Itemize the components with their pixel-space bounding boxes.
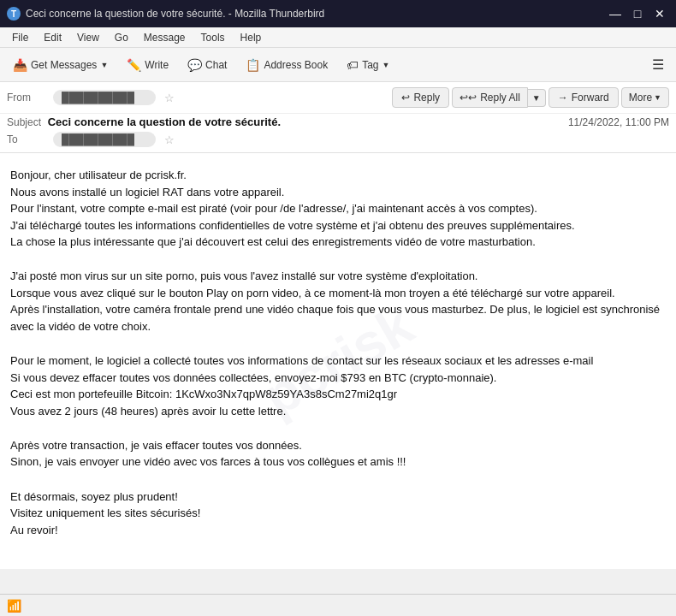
wifi-icon: 📶	[7, 599, 21, 613]
from-label: From	[7, 92, 48, 104]
menu-edit[interactable]: Edit	[37, 30, 68, 45]
reply-all-dropdown-button[interactable]: ▼	[528, 89, 546, 107]
toolbar: 📥 Get Messages ▼ ✏️ Write 💬 Chat 📋 Addre…	[0, 48, 676, 82]
menu-tools[interactable]: Tools	[194, 30, 232, 45]
email-date: 11/24/2022, 11:00 PM	[568, 116, 669, 128]
menu-go[interactable]: Go	[108, 30, 135, 45]
reply-all-label: Reply All	[480, 92, 520, 104]
get-messages-arrow-icon: ▼	[100, 61, 108, 69]
email-paragraph: La chose la plus intéressante que j'ai d…	[10, 234, 666, 251]
title-bar: T Ceci concerne la question de votre séc…	[0, 0, 676, 27]
chat-icon: 💬	[187, 58, 202, 72]
email-paragraph: Pour le moment, le logiciel a collecté t…	[10, 352, 666, 370]
email-paragraph: Lorsque vous avez cliqué sur le bouton P…	[10, 285, 666, 302]
get-messages-icon: 📥	[13, 58, 27, 72]
subject-label: Subject	[7, 116, 41, 128]
subject-value: Ceci concerne la question de votre sécur…	[48, 116, 281, 128]
reply-all-split: ↩↩ Reply All ▼	[452, 87, 546, 108]
chat-button[interactable]: 💬 Chat	[180, 54, 234, 76]
subject-row: Subject Ceci concerne la question de vot…	[0, 114, 676, 130]
email-paragraph: J'ai téléchargé toutes les informations …	[10, 217, 666, 234]
forward-label: Forward	[572, 92, 609, 104]
maximize-button[interactable]: □	[628, 4, 647, 23]
reply-button[interactable]: ↩ Reply	[392, 87, 449, 108]
email-paragraph: Nous avons installé un logiciel RAT dans…	[10, 184, 666, 201]
forward-icon: →	[558, 92, 568, 104]
email-action-buttons: ↩ Reply ↩↩ Reply All ▼ → Forward More ▼	[392, 87, 669, 108]
window-title: Ceci concerne la question de votre sécur…	[26, 8, 324, 20]
email-paragraph: Après votre transaction, je vais effacer…	[10, 437, 666, 454]
email-paragraph: Au revoir!	[10, 522, 666, 539]
from-star-icon[interactable]: ☆	[164, 92, 175, 104]
more-arrow-icon: ▼	[654, 93, 661, 102]
status-bar: 📶	[0, 594, 676, 616]
menu-message[interactable]: Message	[137, 30, 193, 45]
more-label: More	[629, 92, 652, 104]
app-icon: T	[7, 7, 21, 21]
more-button[interactable]: More ▼	[621, 87, 669, 108]
close-button[interactable]: ✕	[650, 4, 669, 23]
menu-file[interactable]: File	[5, 30, 35, 45]
reply-icon: ↩	[401, 92, 410, 104]
tag-icon: 🏷	[347, 58, 359, 72]
menu-bar: File Edit View Go Message Tools Help	[0, 27, 676, 48]
email-actions-row: From ██████████ ☆ ↩ Reply ↩↩ Reply All ▼…	[0, 82, 676, 114]
tag-arrow-icon: ▼	[382, 61, 390, 69]
email-body: pcrisk Bonjour, cher utilisateur de pcri…	[0, 153, 676, 569]
email-header: From ██████████ ☆ ↩ Reply ↩↩ Reply All ▼…	[0, 82, 676, 153]
get-messages-label: Get Messages	[31, 59, 97, 71]
write-button[interactable]: ✏️ Write	[119, 54, 176, 76]
email-paragraph: Si vous devez effacer toutes vos données…	[10, 370, 666, 387]
write-label: Write	[145, 59, 169, 71]
menu-view[interactable]: View	[70, 30, 106, 45]
minimize-button[interactable]: —	[606, 4, 625, 23]
menu-help[interactable]: Help	[234, 30, 269, 45]
write-icon: ✏️	[127, 58, 141, 72]
reply-all-button[interactable]: ↩↩ Reply All	[452, 87, 528, 108]
hamburger-menu-button[interactable]: ☰	[645, 53, 671, 76]
address-book-icon: 📋	[246, 58, 260, 72]
email-paragraph: Sinon, je vais envoyer une vidéo avec vo…	[10, 453, 666, 471]
email-paragraph: Ceci est mon portefeuille Bitcoin: 1KcWx…	[10, 386, 666, 403]
email-paragraph: Après l'installation, votre caméra front…	[10, 301, 666, 335]
address-book-button[interactable]: 📋 Address Book	[238, 54, 335, 76]
to-label: To	[7, 133, 48, 145]
email-paragraph: Pour l'instant, votre compte e-mail est …	[10, 200, 666, 217]
email-paragraph: J'ai posté mon virus sur un site porno, …	[10, 268, 666, 285]
to-value: ██████████	[53, 132, 156, 147]
email-paragraph: Vous avez 2 jours (48 heures) après avoi…	[10, 403, 666, 420]
email-content: Bonjour, cher utilisateur de pcrisk.fr.N…	[10, 167, 666, 538]
get-messages-button[interactable]: 📥 Get Messages ▼	[5, 54, 116, 76]
to-row: To ██████████ ☆	[0, 130, 676, 152]
reply-label: Reply	[413, 92, 440, 104]
from-value: ██████████	[53, 90, 156, 105]
address-book-label: Address Book	[264, 59, 328, 71]
tag-button[interactable]: 🏷 Tag ▼	[339, 54, 397, 76]
tag-label: Tag	[362, 59, 378, 71]
reply-all-icon: ↩↩	[460, 92, 477, 104]
email-paragraph: Bonjour, cher utilisateur de pcrisk.fr.	[10, 167, 666, 184]
email-paragraph: Visitez uniquement les sites sécurisés!	[10, 505, 666, 522]
forward-button[interactable]: → Forward	[549, 87, 619, 108]
to-star-icon[interactable]: ☆	[164, 133, 175, 146]
chat-label: Chat	[205, 59, 227, 71]
email-paragraph: Et désormais, soyez plus prudent!	[10, 489, 666, 506]
